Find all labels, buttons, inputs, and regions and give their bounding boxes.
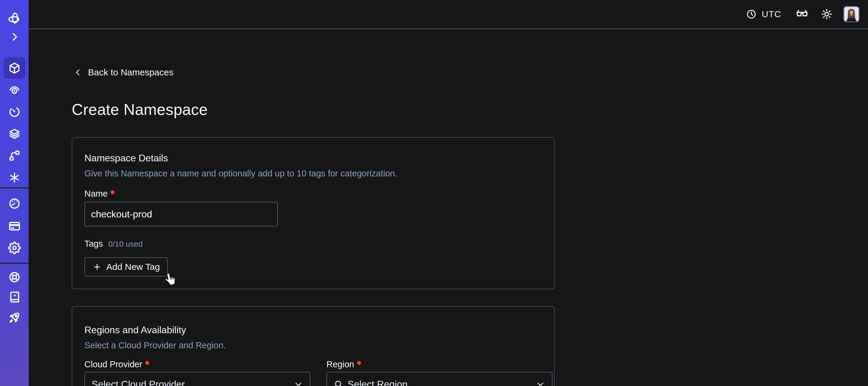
card-subtitle: Select a Cloud Provider and Region. — [84, 340, 542, 351]
required-dot — [111, 190, 115, 194]
search-icon — [334, 379, 343, 386]
sidebar — [0, 0, 29, 386]
rocket-icon — [8, 311, 21, 324]
gear-icon — [8, 242, 21, 254]
sidebar-item-deployments[interactable] — [4, 123, 25, 144]
region-placeholder: Select Region — [347, 379, 531, 386]
sidebar-divider — [0, 187, 29, 188]
sidebar-item-nexus[interactable] — [4, 167, 25, 188]
branch-icon — [8, 149, 21, 162]
timezone-label: UTC — [762, 9, 781, 19]
clock-icon — [746, 9, 757, 20]
sidebar-divider — [0, 263, 29, 264]
cloud-provider-select[interactable]: Select Cloud Provider — [84, 372, 310, 386]
add-new-tag-button[interactable]: Add New Tag — [84, 257, 168, 276]
avatar-image — [844, 7, 859, 22]
credit-card-icon — [8, 220, 21, 233]
region-field: Region Select Region — [327, 359, 553, 386]
layers-icon — [8, 127, 21, 140]
tags-field-label: Tags 0/10 used — [84, 239, 542, 249]
cube-icon — [8, 62, 21, 75]
light-theme-icon[interactable] — [820, 8, 833, 21]
provider-region-row: Cloud Provider Select Cloud Provider Reg… — [84, 359, 542, 386]
namespace-name-input[interactable] — [84, 202, 278, 227]
chevron-down-icon — [293, 379, 303, 386]
chevron-left-icon — [74, 67, 82, 78]
region-label-text: Region — [327, 359, 354, 369]
name-field-label: Name — [84, 188, 542, 199]
user-avatar[interactable] — [843, 6, 860, 22]
timezone-selector[interactable]: UTC — [746, 9, 781, 20]
add-tag-label: Add New Tag — [106, 262, 160, 272]
cloud-provider-placeholder: Select Cloud Provider — [92, 379, 289, 386]
sidebar-item-batch-operations[interactable] — [4, 145, 25, 166]
sidebar-item-billing[interactable] — [4, 215, 25, 237]
lifebuoy-icon — [8, 271, 21, 284]
topbar: UTC — [29, 0, 868, 29]
card-title: Namespace Details — [84, 152, 542, 164]
sidebar-item-support[interactable] — [4, 266, 25, 288]
sidebar-item-schedules[interactable] — [4, 101, 25, 122]
tags-label-text: Tags — [84, 239, 103, 249]
sidebar-item-getting-started[interactable] — [4, 307, 25, 328]
glasses-icon[interactable] — [795, 7, 809, 21]
temporal-logo-icon — [7, 11, 22, 26]
gauge-icon — [8, 197, 21, 210]
region-label: Region — [327, 359, 553, 369]
back-to-namespaces-link[interactable]: Back to Namespaces — [74, 67, 173, 78]
cloud-provider-label: Cloud Provider — [84, 359, 310, 369]
chevron-right-icon — [8, 31, 21, 43]
iris-icon — [8, 84, 21, 96]
sidebar-expand-button[interactable] — [4, 26, 25, 47]
chevron-down-icon — [535, 379, 545, 386]
cloud-provider-label-text: Cloud Provider — [84, 359, 142, 369]
asterisk-icon — [8, 171, 21, 184]
sidebar-item-settings[interactable] — [4, 237, 25, 259]
card-title: Regions and Availability — [84, 324, 542, 336]
regions-availability-card: Regions and Availability Select a Cloud … — [72, 306, 555, 386]
sidebar-item-usage[interactable] — [4, 193, 25, 214]
cloud-provider-field: Cloud Provider Select Cloud Provider — [84, 359, 310, 386]
tags-usage-count: 0/10 used — [108, 239, 143, 249]
namespace-details-card: Namespace Details Give this Namespace a … — [72, 137, 555, 289]
book-sparkles-icon — [8, 291, 21, 303]
required-dot — [357, 361, 361, 365]
plus-icon — [93, 262, 101, 271]
back-link-label: Back to Namespaces — [88, 67, 173, 78]
sidebar-item-docs[interactable] — [4, 286, 25, 307]
sidebar-item-namespaces[interactable] — [4, 57, 25, 79]
sidebar-item-workflows[interactable] — [4, 79, 25, 101]
card-subtitle: Give this Namespace a name and optionall… — [84, 168, 542, 179]
region-select[interactable]: Select Region — [327, 372, 553, 386]
required-dot — [145, 361, 149, 365]
page-title: Create Namespace — [72, 100, 208, 119]
name-label-text: Name — [84, 188, 107, 199]
countdown-timer-icon — [8, 106, 21, 118]
